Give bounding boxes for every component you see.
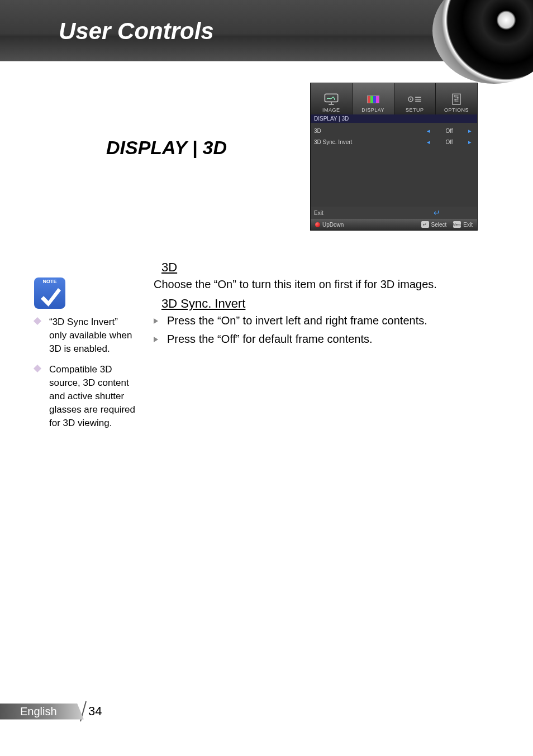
osd-tab-label: DISPLAY xyxy=(361,107,384,113)
menu-key-icon: Menu xyxy=(453,221,461,228)
enter-key-icon: ↵ xyxy=(421,221,429,228)
osd-breadcrumb: DISPLAY | 3D xyxy=(311,114,477,123)
content-list-item: Press the “Off” for default frame conten… xyxy=(167,333,483,346)
osd-row-label: 3D xyxy=(314,128,425,134)
osd-exit-row: Exit ↵ xyxy=(311,207,477,219)
osd-row-3d-sync-invert: 3D Sync. Invert ◂ Off ▸ xyxy=(311,136,477,147)
content-heading-3d-sync-invert: 3D Sync. Invert xyxy=(146,296,483,311)
arrow-left-icon: ◂ xyxy=(425,127,432,135)
heading-text: 3D xyxy=(161,260,177,274)
heading-text: 3D Sync. Invert xyxy=(161,296,245,310)
osd-footer: UpDown ↵ Select Menu Exit xyxy=(311,219,477,230)
svg-rect-5 xyxy=(457,98,458,99)
svg-point-2 xyxy=(410,99,411,100)
note-list: “3D Sync Invert” only available when 3D … xyxy=(35,315,137,437)
content-body: 3D Choose the “On” to turn this item on … xyxy=(154,257,483,351)
svg-rect-0 xyxy=(325,94,337,102)
osd-row-value: Off xyxy=(432,139,466,145)
osd-tab-label: IMAGE xyxy=(322,107,340,113)
osd-row-value: Off xyxy=(432,128,466,134)
osd-tab-label: OPTIONS xyxy=(444,107,469,113)
red-dot-icon xyxy=(315,222,320,227)
osd-row-label: 3D Sync. Invert xyxy=(314,139,425,145)
svg-rect-4 xyxy=(454,95,455,97)
osd-footer-label: Select xyxy=(431,222,447,228)
color-bars-icon xyxy=(365,93,381,106)
arrow-left-icon: ◂ xyxy=(425,138,432,146)
osd-tab-setup: SETUP xyxy=(394,83,436,114)
osd-footer-label: Exit xyxy=(463,222,473,228)
page-footer: English 34 xyxy=(0,700,102,722)
footer-language: English xyxy=(0,704,84,720)
note-badge-icon: NOTE xyxy=(34,277,65,309)
note-badge-label: NOTE xyxy=(34,279,65,284)
osd-footer-exit: Menu Exit xyxy=(453,221,473,228)
page-number: 34 xyxy=(88,704,102,719)
osd-tab-image: IMAGE xyxy=(311,83,353,114)
note-item: Compatible 3D source, 3D content and act… xyxy=(35,363,137,429)
osd-footer-select: ↵ Select xyxy=(421,221,447,228)
osd-footer-updown: UpDown xyxy=(315,222,344,228)
arrow-right-icon: ▸ xyxy=(466,127,474,135)
osd-tabs: IMAGE DISPLAY SETUP OPTIONS xyxy=(311,83,477,114)
content-heading-3d: 3D xyxy=(146,260,483,275)
gear-list-icon xyxy=(407,93,422,106)
check-icon xyxy=(41,286,61,307)
sliders-icon xyxy=(449,93,464,106)
osd-tab-label: SETUP xyxy=(406,107,424,113)
content-list-item: Press the “On” to invert left and right … xyxy=(167,314,483,327)
svg-rect-3 xyxy=(453,94,460,105)
osd-menu-screenshot: IMAGE DISPLAY SETUP OPTIONS DISPLAY | 3D… xyxy=(310,83,478,231)
arrow-right-icon: ▸ xyxy=(466,138,474,146)
svg-rect-6 xyxy=(455,99,456,101)
section-title: DISPLAY | 3D xyxy=(106,137,227,159)
osd-tab-options: OPTIONS xyxy=(436,83,477,114)
osd-body: 3D ◂ Off ▸ 3D Sync. Invert ◂ Off ▸ xyxy=(311,123,477,207)
content-paragraph: Choose the “On” to turn this item on fir… xyxy=(154,278,483,291)
enter-icon: ↵ xyxy=(434,208,440,217)
monitor-icon xyxy=(323,93,339,106)
osd-footer-label: UpDown xyxy=(322,222,344,228)
note-item: “3D Sync Invert” only available when 3D … xyxy=(35,315,137,355)
page-section-title: User Controls xyxy=(59,18,214,45)
lens-decor-icon xyxy=(432,0,533,84)
osd-row-3d: 3D ◂ Off ▸ xyxy=(311,125,477,136)
osd-exit-label: Exit xyxy=(314,210,323,216)
osd-tab-display: DISPLAY xyxy=(353,83,394,114)
header-band: User Controls xyxy=(0,0,533,61)
